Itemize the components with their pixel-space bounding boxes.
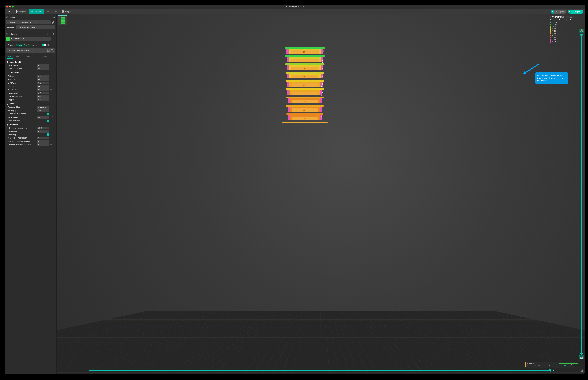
layer-bottom-badge: 10.20 [579, 355, 584, 359]
curl-deco [321, 66, 324, 71]
svg-rect-4 [7, 17, 8, 18]
checkbox[interactable] [47, 133, 49, 136]
param-dropdown[interactable]: Aligned [37, 106, 49, 109]
tower-temp-label: 210 [292, 83, 318, 87]
tab-speed[interactable]: Speed [25, 54, 30, 59]
param-row: Resolution0.012mm [6, 130, 55, 133]
group-header[interactable]: Precision [6, 122, 55, 126]
layer-slider-vertical[interactable]: 45090.00 10.20 [579, 29, 584, 359]
preview-tab[interactable]: Preview [29, 9, 44, 15]
prepare-tab[interactable]: Prepare [13, 9, 29, 15]
slider-handle-top[interactable] [580, 34, 583, 36]
param-input[interactable]: 0.42 [37, 82, 49, 84]
param-input[interactable]: 80% [37, 116, 49, 119]
device-tab[interactable]: Device [44, 9, 59, 15]
warning-toast: Warning: It seems object temperature_tow… [524, 361, 574, 368]
gear-icon[interactable] [52, 32, 55, 36]
legend-value: 8.87 [552, 28, 556, 30]
param-label: Role base wipe speed [8, 113, 47, 115]
group-header[interactable]: Layer height [6, 60, 55, 64]
param-input[interactable]: 0 [37, 140, 49, 143]
process-label: Process [8, 44, 15, 46]
param-input[interactable]: 15% [37, 109, 49, 112]
home-button[interactable] [5, 9, 13, 15]
param-input[interactable]: 0.42 [37, 75, 49, 77]
param-input[interactable]: 0.012 [37, 130, 49, 133]
window-controls [6, 6, 14, 8]
param-input[interactable]: 0.5 [37, 78, 49, 81]
param-unit: mm [49, 86, 55, 87]
curl-deco [321, 91, 323, 96]
settings-icon[interactable] [52, 43, 55, 47]
remove-filament-button[interactable]: － [43, 32, 46, 36]
close-icon[interactable] [6, 6, 8, 8]
window-title: Nozzle temperature test [5, 5, 585, 8]
tab-strength[interactable]: Strength [16, 54, 22, 59]
tab-others[interactable]: Others [42, 54, 47, 59]
param-unit: mm [49, 89, 55, 91]
slider-handle[interactable] [549, 369, 551, 372]
legend-value: 6.09 [552, 32, 556, 34]
chevron-up-icon[interactable] [549, 16, 551, 18]
param-label: First layer [8, 78, 37, 81]
compare-icon[interactable] [47, 43, 51, 47]
tab-support[interactable]: Support [33, 54, 39, 59]
plate-thumbnail[interactable] [58, 15, 67, 25]
edit-printer-icon[interactable] [52, 20, 55, 24]
save-preset-icon[interactable] [47, 49, 50, 52]
edit-filament-icon[interactable] [52, 37, 55, 40]
minimize-icon[interactable] [9, 6, 11, 8]
param-row: Layer height0.2mm [6, 64, 55, 67]
param-input[interactable]: 0.45 [37, 85, 49, 88]
advanced-toggle[interactable] [42, 44, 46, 46]
color-mode-select[interactable]: Flow [566, 16, 575, 18]
print-plate-button[interactable]: Print plate [568, 10, 583, 14]
filament-row[interactable]: 1 * Generic PLA [5, 36, 57, 41]
tower-temp-label: 200 [291, 67, 319, 70]
group-header[interactable]: Line width [6, 71, 55, 75]
param-unit: mm/s or % [49, 116, 55, 119]
param-input[interactable]: 0.2 [37, 67, 49, 70]
preset-select[interactable]: 0.20mm Standard @BBL X1C [6, 48, 55, 53]
ams-icon[interactable] [47, 32, 51, 36]
legend-row: 8.87 [549, 28, 583, 30]
param-input[interactable]: 0.42 [37, 88, 49, 91]
checkbox[interactable] [47, 113, 49, 115]
param-input[interactable]: 0 [37, 136, 49, 139]
legend-swatch [549, 32, 551, 34]
param-input[interactable]: 0.2 [37, 64, 49, 67]
scope-toggle[interactable]: Global Objects [16, 44, 31, 47]
project-tab[interactable]: Project [59, 9, 74, 15]
maximize-icon[interactable] [12, 6, 14, 8]
printer-select[interactable]: Bambu Lab X1 Carbon 0.4 nozzle [6, 20, 51, 24]
view-layers-button[interactable] [580, 369, 584, 373]
tab-quality[interactable]: Quality [7, 54, 13, 59]
moves-slider-horizontal[interactable]: 1198 [89, 369, 554, 372]
bed-select[interactable]: Textured PEI Plate [16, 25, 55, 30]
slider-handle-bottom[interactable] [580, 352, 583, 355]
checkbox[interactable] [47, 120, 49, 122]
home-icon [8, 10, 10, 13]
warning-more-link[interactable]: More [564, 365, 568, 367]
param-input[interactable]: 0.049 [37, 127, 49, 130]
param-row: First layer height0.2mm [6, 67, 55, 71]
param-input[interactable]: 0.42 [37, 98, 49, 101]
filament-swatch[interactable]: 1 [6, 37, 10, 40]
add-filament-button[interactable]: ＋ [39, 32, 42, 36]
parameters-list[interactable]: Layer heightLayer height0.2mmFirst layer… [5, 59, 57, 374]
search-icon[interactable] [51, 49, 54, 52]
param-input[interactable]: 0.45 [37, 92, 49, 95]
curl-deco [320, 116, 323, 121]
legend-swatch [549, 39, 551, 40]
param-input[interactable]: 0.15 [37, 143, 49, 146]
3d-viewport[interactable]: 190195200205210215220225230 Color scheme… [57, 15, 585, 374]
param-input[interactable]: 0.42 [37, 95, 49, 98]
group-header[interactable]: Seam [6, 101, 55, 106]
param-label: Arc fitting [8, 134, 47, 136]
legend-swatch [549, 28, 551, 30]
gear-icon[interactable] [52, 16, 55, 19]
close-icon[interactable]: ✕ [571, 363, 573, 366]
slice-plate-button[interactable]: Slice plate [551, 10, 567, 14]
param-label: Slice gap closing radius [8, 127, 37, 129]
param-label: X-Y hole compensation [8, 137, 37, 139]
